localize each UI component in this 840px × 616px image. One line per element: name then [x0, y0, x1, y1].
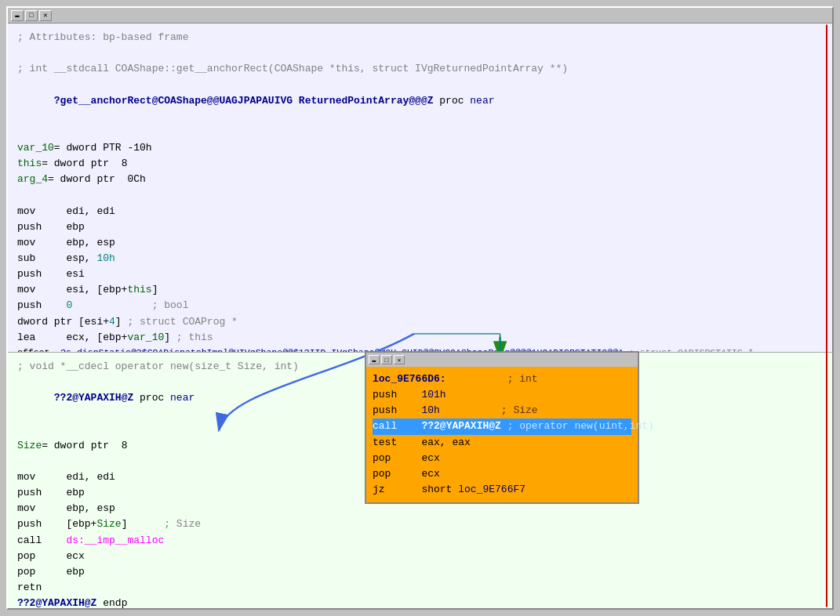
proc-decl-line: ?get__anchorRect@COAShape@@UAGJPAPAUIVG … [17, 77, 823, 124]
popup-maximize[interactable]: □ [381, 355, 392, 364]
popup-line: loc_9E766D6: ; int [373, 371, 631, 387]
popup-content: loc_9E766D6: ; int push 101h push 10h ; … [366, 367, 638, 502]
popup-line: test eax, eax [373, 435, 631, 451]
code-line [17, 45, 823, 61]
code-line: push [ebp+Size] ; Size [17, 516, 823, 532]
code-line: dword ptr [esi+4] ; struct COAProg * [17, 314, 823, 330]
code-line: call ds:__imp__malloc [17, 533, 823, 549]
code-line: push esi [17, 266, 823, 282]
code-line: sub esp, 10h [17, 251, 823, 266]
code-line: arg_4= dword ptr 0Ch [17, 172, 823, 187]
code-line: mov ebp, esp [17, 235, 823, 251]
popup-line: jz short loc_9E766F7 [373, 482, 631, 498]
popup-line: push 101h [373, 387, 631, 403]
close-button[interactable]: ✕ [39, 10, 52, 21]
upper-code-section: ; Attributes: bp-based frame ; int __std… [8, 24, 832, 353]
popup-minimize[interactable]: ▬ [369, 355, 380, 364]
popup-window: ▬ □ ✕ loc_9E766D6: ; int push 101h push … [365, 351, 639, 504]
code-line: mov edi, edi [17, 204, 823, 219]
code-line: retn [17, 580, 823, 596]
code-line: mov esi, [ebp+this] [17, 282, 823, 298]
title-bar-buttons: ▬ □ ✕ [11, 10, 52, 21]
popup-close[interactable]: ✕ [394, 355, 405, 364]
code-line: push ebp [17, 219, 823, 235]
code-line: ; Attributes: bp-based frame [17, 30, 823, 45]
code-line: pop ebp [17, 564, 823, 580]
code-line: this= dword ptr 8 [17, 156, 823, 172]
code-line: push 0 ; bool [17, 298, 823, 313]
minimize-button[interactable]: ▬ [11, 10, 24, 21]
code-line [17, 125, 823, 140]
proc-end-line: ??2@YAPAXIH@Z endp [17, 596, 823, 608]
popup-line: push 10h ; Size [373, 403, 631, 419]
popup-title-bar: ▬ □ ✕ [366, 353, 638, 367]
code-line: var_10= dword PTR -10h [17, 140, 823, 156]
popup-line: pop ecx [373, 451, 631, 466]
code-line: ; int __stdcall COAShape::get__anchorRec… [17, 61, 823, 77]
maximize-button[interactable]: □ [25, 10, 38, 21]
code-line: lea ecx, [ebp+var_10] ; this [17, 330, 823, 346]
code-line: pop ecx [17, 549, 823, 564]
title-bar: ▬ □ ✕ [8, 8, 832, 24]
popup-highlight-line: call ??2@YAPAXIH@Z ; operator new(uint,i… [373, 419, 631, 434]
popup-line: pop ecx [373, 466, 631, 482]
code-line [17, 187, 823, 203]
main-window: ▬ □ ✕ ; Attributes: bp-based frame ; int… [6, 6, 834, 610]
